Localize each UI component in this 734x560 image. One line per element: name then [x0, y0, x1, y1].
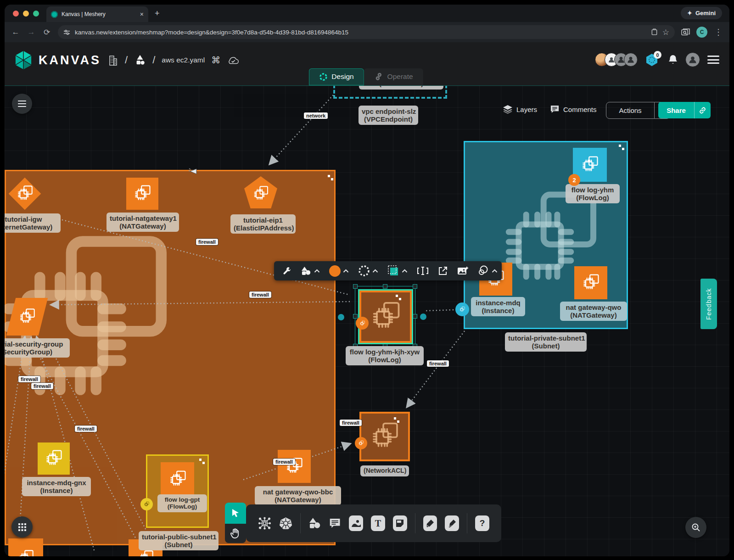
minimize-window-button[interactable] [23, 11, 29, 17]
edge-firewall-2[interactable] [51, 302, 350, 305]
kubernetes-tool-icon[interactable] [279, 516, 292, 531]
select-tool-button[interactable] [225, 503, 246, 524]
node-flowlog-gpt[interactable] [161, 462, 194, 496]
node-natgw-qwo-bbc[interactable] [278, 450, 311, 483]
components-tool-icon[interactable] [258, 516, 271, 531]
node-instance-mdq-gnx[interactable] [38, 442, 70, 475]
environment-indicator[interactable]: 0 [645, 53, 661, 67]
freehand-tool-button[interactable] [445, 515, 459, 531]
user-profile-avatar[interactable] [685, 52, 700, 67]
bookmark-star-icon[interactable]: ☆ [662, 28, 669, 37]
flowlog-yhm-count-badge[interactable]: 2 [568, 174, 580, 186]
comments-button[interactable]: Comments [550, 105, 597, 114]
url-text[interactable]: kanvas.new/extension/meshmap?mode=design… [75, 29, 646, 36]
shapes-tool-icon[interactable] [308, 517, 321, 530]
forward-icon[interactable]: → [27, 28, 36, 37]
kanvas-logo-icon[interactable] [15, 50, 32, 70]
flowlog-gpt-expand-icon[interactable] [199, 459, 205, 464]
help-button[interactable]: ? [475, 515, 489, 531]
node-natgw-qwo[interactable] [574, 266, 607, 299]
canvas-menu-button[interactable] [12, 94, 32, 114]
browser-tab[interactable]: Kanvas | Meshery × [46, 6, 148, 22]
organization-icon[interactable] [107, 54, 118, 66]
tab-search-icon[interactable] [681, 28, 690, 36]
share-button[interactable]: Share [658, 102, 694, 118]
node-label-instance-mdq-gnx: instance-mdq-gnx(Instance) [22, 477, 91, 496]
edge-firewall-1[interactable] [59, 219, 349, 295]
border-style-tool-button[interactable] [354, 261, 382, 280]
vpc-expand-icon[interactable] [328, 175, 333, 180]
cloud-sync-icon[interactable] [227, 55, 240, 65]
reload-icon[interactable]: ⟳ [42, 28, 51, 37]
node-network-acl[interactable] [359, 412, 410, 461]
comment-tool-icon[interactable] [329, 517, 341, 530]
subnet-connection-handle[interactable] [455, 302, 469, 316]
chrome-profile-avatar[interactable]: C [696, 27, 707, 38]
subnet-expand-icon[interactable] [619, 145, 624, 150]
resize-handle[interactable] [413, 284, 417, 289]
flowlog-gpt-badge[interactable] [140, 498, 153, 510]
workspace-shapes-icon[interactable] [134, 54, 146, 66]
site-settings-icon[interactable] [63, 29, 70, 36]
resize-handle[interactable] [353, 314, 358, 319]
maximize-window-button[interactable] [33, 11, 39, 17]
feedback-tab[interactable]: Feedback [700, 279, 717, 329]
media-tool-button[interactable] [349, 515, 363, 531]
widgets-button[interactable] [11, 516, 33, 538]
gemini-button[interactable]: ✦ Gemini [681, 7, 722, 19]
collaborator-avatars[interactable] [595, 53, 638, 67]
design-configuration-icon[interactable]: ⌘ [211, 55, 220, 66]
design-canvas[interactable]: (RouteTable) vpc endpoint-slz(VPCEndpoin… [5, 86, 729, 556]
resize-handle[interactable] [413, 314, 417, 319]
tab-operate[interactable]: Operate [364, 68, 423, 85]
note-tool-button[interactable] [393, 515, 407, 531]
tab-close-icon[interactable]: × [140, 11, 144, 18]
collaborator-avatar[interactable] [624, 53, 638, 67]
edge-endpoint-dot[interactable] [338, 314, 344, 320]
rename-tool-button[interactable] [413, 261, 432, 280]
edge-firewall-8[interactable] [31, 341, 138, 542]
node-clipped-bottom-1[interactable] [8, 538, 43, 556]
open-in-new-tool-button[interactable] [434, 261, 452, 280]
selected-node-expand-icon[interactable] [396, 295, 401, 300]
network-acl-expand-icon[interactable] [394, 417, 399, 423]
edge-network[interactable] [270, 95, 333, 164]
edge-firewall-6[interactable] [5, 337, 25, 490]
text-tool-button[interactable]: T [371, 515, 385, 531]
edge-pen-tool-button[interactable] [423, 515, 437, 531]
lasso-tool-button[interactable] [474, 261, 501, 280]
group-style-tool-button[interactable] [384, 261, 411, 280]
network-acl-badge[interactable] [355, 437, 367, 449]
share-link-button[interactable] [694, 102, 711, 118]
design-file-name[interactable]: aws ec2.yaml [162, 56, 205, 64]
back-icon[interactable]: ← [11, 28, 20, 37]
node-natgateway1[interactable] [126, 178, 158, 210]
edge-firewall-3[interactable] [407, 331, 465, 407]
configure-tool-button[interactable] [279, 261, 295, 280]
save-icon[interactable] [651, 28, 658, 36]
resize-handle[interactable] [353, 284, 358, 289]
edge-firewall-9[interactable] [47, 341, 152, 542]
resize-handle[interactable] [383, 284, 387, 289]
appearance-tool-button[interactable] [325, 261, 353, 280]
edge-endpoint-dot[interactable] [420, 314, 426, 320]
node-internet-gateway[interactable] [9, 178, 40, 209]
add-screenshot-tool-button[interactable] [454, 261, 472, 280]
node-flowlog-selected[interactable] [359, 291, 412, 343]
layers-button[interactable]: Layers [503, 105, 537, 114]
tab-design[interactable]: Design [308, 68, 364, 85]
chrome-menu-icon[interactable]: ⋮ [714, 27, 723, 37]
selected-node-badge[interactable] [356, 317, 369, 330]
zoom-button[interactable] [685, 517, 706, 538]
window-controls[interactable] [13, 11, 39, 17]
app-menu-icon[interactable] [707, 54, 719, 66]
pan-tool-button[interactable] [225, 524, 246, 543]
edge-to-selected[interactable] [425, 310, 454, 311]
address-bar[interactable]: kanvas.new/extension/meshmap?mode=design… [58, 25, 675, 39]
shapes-tool-button[interactable] [297, 261, 324, 280]
new-tab-button[interactable]: + [155, 9, 160, 18]
bell-icon[interactable] [668, 54, 678, 65]
close-window-button[interactable] [13, 11, 19, 17]
actions-button[interactable]: Actions [606, 102, 655, 119]
node-label-network-acl: (NetworkACL) [360, 465, 409, 476]
